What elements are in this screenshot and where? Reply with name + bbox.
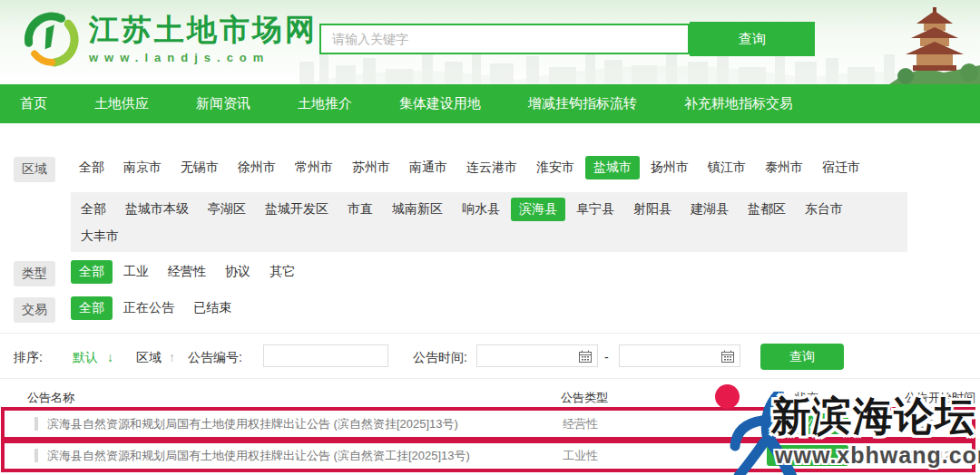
subregion-option[interactable]: 滨海县 [511,198,565,221]
status-badge[interactable]: 正在公告 [767,413,848,434]
notice-type: 经营性 [563,408,598,440]
date-from-input[interactable] [476,344,598,367]
subregion-option[interactable]: 亭湖区 [200,198,254,221]
sort-desc-icon[interactable]: ↓ [107,350,113,364]
nav-item[interactable]: 土地供应 [94,95,149,112]
region-option[interactable]: 常州市 [287,156,341,179]
date-to-input[interactable] [619,344,740,367]
type-option[interactable]: 工业 [115,260,157,284]
nav-item[interactable]: 首页 [20,95,47,112]
subregion-option[interactable]: 建湖县 [682,198,737,221]
logo-swirl-icon [22,11,80,69]
table-row[interactable]: 滨海县自然资源和规划局国有土地使用权挂牌出让公告 (滨自然资工挂[2025]13… [0,440,980,471]
region-option[interactable]: 盐城市 [585,156,640,179]
nav-item[interactable]: 增减挂钩指标流转 [528,95,637,112]
subregion-option[interactable]: 响水县 [454,198,508,221]
notice-title[interactable]: 滨海县自然资源和规划局国有土地使用权挂牌出让公告 (滨自然资工挂[2025]13… [47,440,470,471]
site-logo[interactable]: 江苏土地市场网 www.landjs.com [22,11,318,69]
region-option[interactable]: 南京市 [115,156,170,179]
calendar-icon [579,350,592,363]
subregion-option[interactable]: 射阳县 [625,198,680,221]
region-filter-label: 区域 [14,157,55,182]
table-row[interactable]: 滨海县自然资源和规划局国有土地使用权挂牌出让公告 (滨自然资挂[2025]13号… [0,408,980,440]
notice-time-label: 公告时间: [413,350,467,366]
region-option[interactable]: 泰州市 [757,156,811,179]
notice-date: 2025-12-24 [907,408,968,440]
watermark-dot-icon [715,384,740,409]
divider [0,333,980,334]
region-options: 全部南京市无锡市徐州市常州市苏州市南通市连云港市淮安市盐城市扬州市镇江市泰州市宿… [71,156,871,179]
region-option[interactable]: 徐州市 [230,156,284,179]
site-title: 江苏土地市场网 [89,11,318,49]
deal-option[interactable]: 已结束 [185,296,240,320]
region-option[interactable]: 南通市 [401,156,456,179]
subregion-option[interactable]: 盐城开发区 [257,198,337,221]
search-input[interactable] [319,24,690,54]
region-option[interactable]: 苏州市 [344,156,398,179]
row-accent-bar [34,417,38,431]
sort-label: 排序: [14,350,43,366]
subregion-option[interactable]: 市直 [339,198,381,221]
subregion-option[interactable]: 大丰市 [73,225,127,248]
region-option[interactable]: 淮安市 [528,156,583,179]
subregion-panel: 全部盐城市本级亭湖区盐城开发区市直城南新区响水县滨海县阜宁县射阳县建湖县盐都区东… [71,192,907,252]
pagoda-image [889,0,980,84]
type-option[interactable]: 其它 [261,260,303,284]
deal-option[interactable]: 正在公告 [115,296,182,320]
notice-list: 滨海县自然资源和规划局国有土地使用权挂牌出让公告 (滨自然资挂[2025]13号… [0,408,980,471]
subregion-options-line1: 全部盐城市本级亭湖区盐城开发区市直城南新区响水县滨海县阜宁县射阳县建湖县盐都区东… [73,198,907,221]
region-option[interactable]: 连云港市 [458,156,525,179]
subregion-option[interactable]: 全部 [73,198,114,221]
deal-option[interactable]: 全部 [71,296,113,320]
query-button[interactable]: 查询 [760,344,844,370]
notice-no-label: 公告编号: [188,350,242,366]
type-option[interactable]: 经营性 [160,260,214,284]
divider [0,378,980,379]
region-option[interactable]: 镇江市 [700,156,754,179]
site-url: www.landjs.com [89,51,318,64]
region-option[interactable]: 全部 [71,156,113,179]
type-filter-label: 类型 [14,261,55,286]
type-option[interactable]: 协议 [217,260,259,284]
row-accent-bar [34,449,38,462]
sort-default-button[interactable]: 默认 [73,350,98,366]
col-header-status: 状态 [795,390,818,406]
region-option[interactable]: 宿迁市 [814,156,868,179]
calendar-icon [721,350,734,363]
date-range-separator: - [604,350,609,364]
region-option[interactable]: 无锡市 [172,156,227,179]
type-option[interactable]: 全部 [71,260,113,284]
subregion-option[interactable]: 城南新区 [384,198,451,221]
deal-filter-label: 交易 [14,297,55,323]
nav-item[interactable]: 土地推介 [298,95,352,112]
status-badge[interactable]: 正在公告 [767,445,848,466]
col-header-name: 公告名称 [27,390,74,406]
col-header-type: 公告类型 [561,390,608,406]
notice-no-input[interactable] [263,344,388,367]
type-options: 全部工业经营性协议其它 [71,260,306,284]
notice-title[interactable]: 滨海县自然资源和规划局国有土地使用权挂牌出让公告 (滨自然资挂[2025]13号… [47,408,458,440]
region-option[interactable]: 扬州市 [642,156,697,179]
notice-type: 工业性 [563,440,598,471]
subregion-option[interactable]: 盐城市本级 [117,198,197,221]
subregion-option[interactable]: 阜宁县 [568,198,622,221]
header-search: 查询 [319,22,815,56]
nav-item[interactable]: 新闻资讯 [196,95,250,112]
sort-asc-icon[interactable]: ↑ [169,350,175,364]
subregion-option[interactable]: 盐都区 [740,198,794,221]
main-nav: 首页土地供应新闻资讯土地推介集体建设用地增减挂钩指标流转补充耕地指标交易 [0,84,980,123]
deal-options: 全部正在公告已结束 [71,296,242,320]
search-button[interactable]: 查询 [690,22,815,56]
site-header: 江苏土地市场网 www.landjs.com 查询 [0,0,980,84]
subregion-option[interactable]: 东台市 [797,198,851,221]
nav-item[interactable]: 补充耕地指标交易 [684,95,793,112]
notice-date: 2025-12-24 [907,440,968,471]
sort-region-button[interactable]: 区域 [136,350,162,366]
col-header-start-time: 公告开始时间 [905,390,975,406]
subregion-options-line2: 大丰市 [73,225,907,248]
nav-item[interactable]: 集体建设用地 [399,95,481,112]
page: 江苏土地市场网 www.landjs.com 查询 首页土地供应新闻资讯土地推介… [0,0,980,475]
